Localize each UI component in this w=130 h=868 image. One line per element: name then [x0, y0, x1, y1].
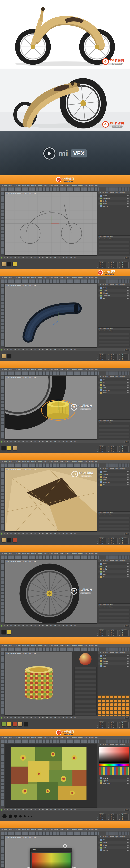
object-item[interactable]: Symmetry: [98, 294, 130, 297]
viewport[interactable]: View Cameras Display Options Filter Pane…: [5, 468, 97, 532]
object-item[interactable]: Mat: [98, 838, 130, 841]
object-manager-tabs[interactable]: File Edit View Objects Tags Bookmarks: [98, 835, 130, 838]
object-manager-tabs[interactable]: File Edit View Objects Tags Bookmarks: [98, 651, 130, 654]
color-gradient-square[interactable]: [32, 853, 71, 868]
viewport[interactable]: View Cameras Display Options Filter Pane…: [5, 376, 97, 439]
visibility-toggles[interactable]: [127, 295, 129, 296]
tool-palette[interactable]: [0, 743, 5, 808]
menu-bar[interactable]: File Edit Create Select Tools Mesh Snap …: [0, 276, 130, 279]
timeline[interactable]: 0 5 10 15 20 25 30 35 40 45 50 55 60 65 …: [0, 440, 130, 443]
tool-palette[interactable]: [0, 283, 5, 348]
object-item[interactable]: Rim: [98, 381, 130, 384]
visibility-toggles[interactable]: [127, 574, 129, 575]
material-thumbnail[interactable]: [7, 262, 11, 267]
toolbar[interactable]: [0, 187, 130, 191]
visibility-toggles[interactable]: [127, 566, 129, 567]
object-item[interactable]: Cloner: [98, 565, 130, 568]
layer-item[interactable]: Background: [98, 782, 130, 784]
visibility-toggles[interactable]: [127, 387, 129, 388]
visibility-toggles[interactable]: [127, 847, 129, 848]
viewport-menu[interactable]: View Cameras Display Options Filter Pane…: [6, 836, 36, 838]
visibility-toggles[interactable]: [127, 479, 129, 480]
toolbar[interactable]: [0, 463, 130, 467]
paint-canvas[interactable]: [5, 744, 97, 808]
object-item[interactable]: Camera: [98, 849, 130, 851]
visibility-toggles[interactable]: [127, 390, 129, 391]
object-item[interactable]: Frame: [98, 470, 130, 473]
brush-tip-icon[interactable]: [2, 814, 7, 818]
object-item[interactable]: Extrude: [98, 473, 130, 476]
object-item[interactable]: Grip: [98, 657, 130, 660]
object-item[interactable]: Tire: [98, 378, 130, 381]
visibility-toggles[interactable]: [127, 839, 129, 840]
timeline[interactable]: 0 5 10 15 20 25 30 35 40 45 50 55 60 65 …: [0, 348, 130, 351]
object-item[interactable]: Seat: [98, 846, 130, 849]
menu-bar[interactable]: File Edit Create Select Tools Mesh Snap …: [0, 184, 130, 187]
visibility-toggles[interactable]: [127, 658, 129, 659]
object-item[interactable]: Plane: [98, 202, 130, 205]
visibility-toggles[interactable]: [127, 200, 129, 202]
brush-tip-icon[interactable]: [28, 815, 29, 817]
visibility-toggles[interactable]: [127, 568, 129, 569]
viewport-menu[interactable]: View Cameras Display Options Filter Pane…: [6, 468, 36, 470]
object-item[interactable]: Camera: [98, 662, 130, 665]
swatch-grid[interactable]: [99, 767, 129, 775]
dialog-title[interactable]: Color: [31, 848, 72, 851]
object-item[interactable]: Bevel: [98, 478, 130, 481]
brush-tip-icon[interactable]: [19, 815, 22, 817]
materials-palette[interactable]: [1, 446, 17, 451]
object-item[interactable]: Spline: [98, 194, 130, 197]
visibility-toggles[interactable]: [127, 298, 129, 299]
visibility-toggles[interactable]: [127, 195, 129, 196]
object-manager-tabs[interactable]: File Edit View Objects Tags Bookmarks: [98, 467, 130, 470]
visibility-toggles[interactable]: [127, 778, 129, 779]
visibility-toggles[interactable]: [127, 384, 129, 385]
visibility-toggles[interactable]: [127, 392, 129, 393]
viewport-menu[interactable]: View Cameras Display Options Filter Pane…: [6, 284, 36, 286]
visibility-toggles[interactable]: [127, 474, 129, 475]
toolbar[interactable]: [0, 739, 130, 743]
object-item[interactable]: Symmetry: [98, 481, 130, 484]
object-manager-tabs[interactable]: File Edit View Objects Tags Bookmarks: [98, 375, 130, 378]
viewport[interactable]: View Cameras Display Options Filter Pane…: [5, 560, 97, 624]
visibility-toggles[interactable]: [127, 206, 129, 207]
object-item[interactable]: Cloner: [98, 392, 130, 394]
object-manager-tabs[interactable]: File Edit View Objects Tags Bookmarks: [98, 283, 130, 286]
menu-bar[interactable]: File Edit Create Select Tools Mesh Snap …: [0, 368, 130, 371]
color-gradient-square[interactable]: [99, 747, 129, 763]
viewport-menu[interactable]: View Cameras Display Options Filter Pane…: [6, 560, 36, 562]
object-item[interactable]: Tube: [98, 386, 130, 389]
object-item[interactable]: Seat: [98, 654, 130, 657]
viewport[interactable]: View Cameras Display Options Filter Pane…: [5, 192, 97, 255]
keyframe-grid[interactable]: [98, 695, 130, 716]
object-item[interactable]: Camera: [98, 205, 130, 208]
material-editor[interactable]: [73, 651, 98, 716]
viewport[interactable]: View Cameras Display Options Filter Pane…: [5, 652, 73, 716]
timeline[interactable]: 0 5 10 15 20 25 30 35 40 45 50 55 60 65 …: [0, 532, 130, 535]
layer-item[interactable]: Layer 1: [98, 777, 130, 779]
object-item[interactable]: Circle: [98, 199, 130, 202]
object-item[interactable]: Spoke: [98, 568, 130, 570]
object-item[interactable]: Spline: [98, 476, 130, 478]
object-item[interactable]: Null: [98, 297, 130, 300]
tool-palette[interactable]: [0, 191, 5, 256]
attribute-tabs[interactable]: Mode Edit User Data: [98, 236, 130, 238]
visibility-toggles[interactable]: [127, 780, 129, 781]
visibility-toggles[interactable]: [127, 783, 129, 784]
object-item[interactable]: Wheel: [98, 562, 130, 565]
toolbar[interactable]: [0, 279, 130, 283]
object-item[interactable]: Spline.1: [98, 292, 130, 294]
toolbar[interactable]: [0, 647, 130, 651]
visibility-toggles[interactable]: [127, 382, 129, 383]
visibility-toggles[interactable]: [127, 576, 129, 578]
visibility-toggles[interactable]: [127, 290, 129, 291]
layer-item[interactable]: Layer 2: [98, 779, 130, 782]
object-item[interactable]: Rim: [98, 570, 130, 573]
object-item[interactable]: Null: [98, 484, 130, 486]
object-item[interactable]: Sweep: [98, 286, 130, 289]
timeline[interactable]: 0 5 10 15 20 25 30 35 40 45 50 55 60 65 …: [0, 808, 130, 811]
object-manager-tabs[interactable]: File Edit View Objects Tags Bookmarks: [98, 559, 130, 562]
object-item[interactable]: Symmetry: [98, 389, 130, 392]
visibility-toggles[interactable]: [127, 571, 129, 572]
materials-palette[interactable]: [1, 630, 11, 634]
